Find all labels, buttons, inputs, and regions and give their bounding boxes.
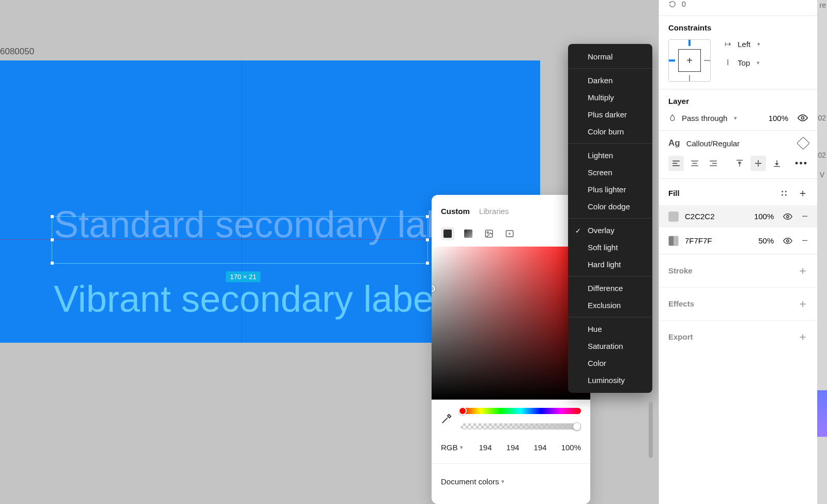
blend-mode-option[interactable]: Luminosity xyxy=(568,372,652,389)
align-left-icon xyxy=(671,159,681,168)
layer-opacity-input[interactable]: 100% xyxy=(769,114,788,123)
svg-point-1 xyxy=(487,232,488,233)
blend-mode-option[interactable]: Exclusion xyxy=(568,297,652,314)
rgb-a-input[interactable]: 100% xyxy=(561,443,581,452)
fill-hex-0[interactable]: C2C2C2 xyxy=(685,212,715,221)
blend-mode-option[interactable]: Normal xyxy=(568,48,652,65)
fill-opacity-1[interactable]: 50% xyxy=(758,236,774,245)
alignment-guide-vertical xyxy=(241,60,242,343)
fill-opacity-0[interactable]: 100% xyxy=(754,212,774,221)
fill-visibility-1[interactable] xyxy=(783,236,792,246)
add-export-button[interactable]: ＋ xyxy=(798,330,808,344)
selection-box[interactable] xyxy=(52,216,428,264)
text-align-left[interactable] xyxy=(668,156,684,171)
constraint-pin-left[interactable] xyxy=(669,59,675,62)
resize-handle-top-right[interactable] xyxy=(425,215,430,219)
sv-cursor[interactable] xyxy=(432,285,435,292)
fill-swatch-1[interactable] xyxy=(668,236,679,246)
color-mode-select[interactable]: RGB▾ xyxy=(441,443,463,452)
four-dots-icon xyxy=(780,189,788,197)
text-style-name[interactable]: Callout/Regular xyxy=(686,139,740,148)
blend-mode-option[interactable]: Plus lighter xyxy=(568,181,652,198)
fill-type-image[interactable] xyxy=(482,227,496,240)
blend-mode-option[interactable]: Saturation xyxy=(568,338,652,355)
svg-point-9 xyxy=(787,239,789,242)
svg-point-8 xyxy=(787,215,789,218)
fill-hex-1[interactable]: 7F7F7F xyxy=(685,236,712,245)
fill-type-video[interactable] xyxy=(503,227,516,240)
add-stroke-button[interactable]: ＋ xyxy=(798,264,808,278)
alpha-slider[interactable] xyxy=(461,423,581,430)
blend-mode-option[interactable]: Lighten xyxy=(568,147,652,164)
add-fill-button[interactable]: ＋ xyxy=(798,186,808,200)
constraint-horizontal-select[interactable]: ↦ Left▾ xyxy=(723,39,760,49)
chevron-down-icon: ▾ xyxy=(460,444,463,451)
text-valign-middle[interactable] xyxy=(751,156,766,171)
resize-handle-top-left[interactable] xyxy=(50,215,54,219)
blend-mode-option[interactable]: Difference xyxy=(568,280,652,297)
blend-mode-dropdown: NormalDarkenMultiplyPlus darkerColor bur… xyxy=(568,44,652,393)
constraint-pin-top[interactable] xyxy=(688,40,691,46)
align-center-icon xyxy=(690,159,699,168)
blend-mode-option[interactable]: Darken xyxy=(568,72,652,89)
blend-mode-option[interactable]: Multiply xyxy=(568,89,652,106)
blend-mode-option[interactable]: Overlay✓ xyxy=(568,222,652,239)
resize-handle-bottom-right[interactable] xyxy=(425,261,430,265)
fill-visibility-0[interactable] xyxy=(783,212,792,221)
fill-style-button[interactable] xyxy=(780,189,788,197)
vibrant-secondary-label[interactable]: Vibrant secondary label xyxy=(54,278,442,320)
rgb-b-input[interactable]: 194 xyxy=(534,443,547,452)
svg-point-5 xyxy=(785,191,787,192)
rgb-r-input[interactable]: 194 xyxy=(479,443,492,452)
tab-custom[interactable]: Custom xyxy=(441,207,470,216)
hue-thumb[interactable] xyxy=(458,407,467,415)
export-section[interactable]: Export＋ xyxy=(659,320,817,353)
fill-row-1[interactable]: 7F7F7F 50% − xyxy=(668,235,808,247)
canvas-scrollbar[interactable] xyxy=(649,401,653,458)
constraints-widget[interactable]: + xyxy=(668,39,711,82)
blend-mode-option[interactable]: Hard light xyxy=(568,256,652,273)
text-valign-bottom[interactable] xyxy=(769,156,785,171)
eye-icon xyxy=(798,113,808,123)
constraint-pin-bottom[interactable] xyxy=(689,75,690,81)
rgb-g-input[interactable]: 194 xyxy=(507,443,519,452)
text-section: Ag Callout/Regular ••• xyxy=(659,131,817,179)
blend-mode-option[interactable]: Soft light xyxy=(568,239,652,256)
tab-libraries[interactable]: Libraries xyxy=(479,207,509,216)
layer-blend-mode-select[interactable]: Pass through▾ xyxy=(668,114,737,123)
remove-fill-0[interactable]: − xyxy=(802,210,808,222)
fill-swatch-0[interactable] xyxy=(668,211,679,222)
fill-row-0[interactable]: C2C2C2 100% − xyxy=(659,205,817,227)
add-effect-button[interactable]: ＋ xyxy=(798,297,808,311)
text-style-glyph: Ag xyxy=(668,138,680,148)
visibility-toggle[interactable] xyxy=(798,113,808,123)
resize-handle-middle-left[interactable] xyxy=(50,238,54,242)
hue-slider[interactable] xyxy=(461,408,581,414)
fill-type-solid[interactable] xyxy=(441,227,454,240)
constraint-pin-right[interactable] xyxy=(704,60,710,61)
eyedropper-button[interactable] xyxy=(441,413,452,424)
remove-fill-1[interactable]: − xyxy=(802,235,808,247)
text-align-center[interactable] xyxy=(687,156,702,171)
fill-title: Fill xyxy=(668,189,680,197)
saturation-value-area[interactable] xyxy=(432,247,590,400)
blend-mode-option[interactable]: Plus darker xyxy=(568,106,652,123)
stroke-section[interactable]: Stroke＋ xyxy=(659,254,817,287)
fill-type-gradient[interactable] xyxy=(462,227,475,240)
resize-handle-middle-right[interactable] xyxy=(425,238,430,242)
document-colors-toggle[interactable]: Document colors▾ xyxy=(432,463,590,486)
text-align-right[interactable] xyxy=(706,156,721,171)
resize-handle-bottom-left[interactable] xyxy=(50,261,54,265)
rotation-input[interactable]: 0 xyxy=(682,0,686,8)
blend-mode-option[interactable]: Screen xyxy=(568,164,652,181)
alpha-thumb[interactable] xyxy=(573,422,581,431)
text-valign-top[interactable] xyxy=(732,156,747,171)
constraint-vertical-select[interactable]: Ⅰ Top▾ xyxy=(723,58,760,67)
blend-mode-option[interactable]: Color dodge xyxy=(568,198,652,215)
detach-style-button[interactable] xyxy=(797,136,809,149)
text-more-button[interactable]: ••• xyxy=(795,158,808,169)
blend-mode-option[interactable]: Hue xyxy=(568,320,652,338)
blend-mode-option[interactable]: Color xyxy=(568,355,652,372)
blend-mode-option[interactable]: Color burn xyxy=(568,123,652,140)
effects-section[interactable]: Effects＋ xyxy=(659,287,817,320)
